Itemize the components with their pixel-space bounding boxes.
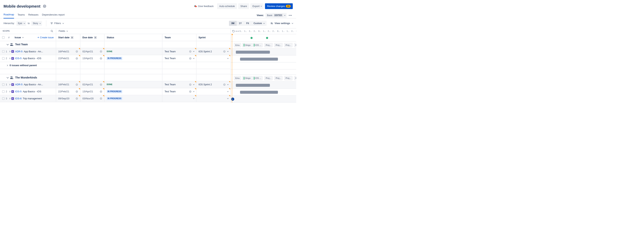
- chevron-down-icon[interactable]: [193, 98, 194, 99]
- clear-icon[interactable]: ×: [223, 83, 226, 86]
- row-checkbox[interactable]: [2, 50, 4, 53]
- settings-button[interactable]: [43, 4, 46, 8]
- issue-row[interactable]: 1 ADR-5 App Basics - An... 16/Feb/21× 02…: [0, 81, 230, 88]
- clear-icon[interactable]: ×: [76, 83, 78, 86]
- release-marker[interactable]: [266, 37, 268, 39]
- collapse-expand-button[interactable]: [236, 30, 239, 32]
- group-row[interactable]: The Wunderkinds: [0, 74, 230, 81]
- sprint-chip[interactable]: Proj...: [274, 43, 282, 47]
- due-date-value[interactable]: 02/Apr/21: [82, 83, 93, 86]
- range-fit[interactable]: Fit: [244, 21, 252, 26]
- search-icon[interactable]: [51, 30, 53, 32]
- view-settings-button[interactable]: View settings: [270, 22, 293, 25]
- undo-button[interactable]: [232, 30, 235, 33]
- select-all-checkbox[interactable]: [2, 36, 4, 39]
- issue-row[interactable]: 2 IOS-5 App Basics - iOS 22/Feb/21× 13/A…: [0, 55, 230, 62]
- timeline-bar[interactable]: [236, 51, 270, 54]
- clear-icon[interactable]: ×: [76, 57, 78, 59]
- issue-key[interactable]: IOS-6: [15, 97, 22, 100]
- issue-row[interactable]: 3 IOS-6 Trip management 09/Sep/20× 03/No…: [0, 95, 230, 102]
- chevron-down-icon[interactable]: [227, 57, 229, 59]
- col-issue[interactable]: Issue: [14, 36, 23, 39]
- clear-icon[interactable]: ×: [100, 50, 102, 52]
- sprint-chip[interactable]: Dingo: [242, 76, 252, 80]
- sprint-chip[interactable]: Proj...: [264, 43, 273, 47]
- hierarchy-to[interactable]: Story: [31, 21, 42, 26]
- view-selector[interactable]: Basic EDITED: [266, 13, 287, 18]
- share-button[interactable]: Share: [238, 3, 249, 9]
- issue-key[interactable]: ADR-5: [15, 83, 22, 86]
- sprint-chip[interactable]: Proj...: [264, 76, 273, 80]
- clear-icon[interactable]: ×: [223, 50, 226, 52]
- tab-releases[interactable]: Releases: [28, 13, 38, 18]
- start-date-value[interactable]: 16/Feb/21: [58, 50, 69, 53]
- timeline-bar[interactable]: [240, 91, 278, 94]
- issue-key[interactable]: IOS-5: [15, 90, 22, 93]
- clear-icon[interactable]: ×: [76, 50, 78, 52]
- chevron-down-icon[interactable]: [227, 50, 229, 52]
- chevron-down-icon[interactable]: [193, 50, 194, 52]
- row-checkbox[interactable]: [2, 97, 4, 100]
- clear-icon[interactable]: ×: [189, 50, 192, 52]
- due-date-value[interactable]: 13/Apr/21: [82, 57, 93, 60]
- issue-key[interactable]: IOS-5: [15, 57, 22, 60]
- range-3m[interactable]: 3M: [229, 21, 237, 26]
- issue-key[interactable]: ADR-5: [15, 50, 22, 53]
- feedback-button[interactable]: 📣 Give feedback: [192, 3, 216, 9]
- col-start-date[interactable]: Start date D: [56, 34, 80, 41]
- tab-dependencies[interactable]: Dependencies report: [42, 13, 65, 18]
- sprint-chip[interactable]: Emu: [234, 43, 241, 47]
- sprint-chip[interactable]: Emu: [234, 76, 241, 80]
- chevron-right-icon[interactable]: [9, 98, 10, 99]
- clear-icon[interactable]: ×: [100, 83, 102, 86]
- issue-row[interactable]: 2 IOS-5 App Basics - iOS 22/Feb/21× 13/A…: [0, 88, 230, 95]
- clear-icon[interactable]: ×: [189, 83, 192, 86]
- row-checkbox[interactable]: [2, 57, 4, 60]
- start-date-value[interactable]: 16/Feb/21: [58, 83, 69, 86]
- start-date-value[interactable]: 22/Feb/21: [58, 90, 69, 93]
- hierarchy-from[interactable]: Epic: [16, 21, 26, 26]
- review-changes-button[interactable]: Review changes 34: [265, 3, 292, 9]
- sprint-chip[interactable]: IOS ...: [252, 76, 262, 80]
- col-status[interactable]: Status: [104, 34, 162, 41]
- clear-icon[interactable]: ×: [100, 97, 102, 100]
- release-marker[interactable]: [250, 37, 252, 39]
- scroll-to-issue-button[interactable]: ←: [231, 98, 234, 101]
- clear-icon[interactable]: ×: [76, 90, 78, 93]
- timeline-bar[interactable]: [240, 58, 278, 61]
- sprint-chip[interactable]: Proj...: [274, 76, 282, 80]
- issue-row[interactable]: 1 ADR-5 App Basics - An... 16/Feb/21× 02…: [0, 48, 230, 55]
- chevron-right-icon[interactable]: [9, 58, 10, 59]
- chevron-right-icon[interactable]: [9, 51, 10, 52]
- sprint-chip[interactable]: Proj...: [284, 76, 292, 80]
- group-row[interactable]: Test Team: [0, 41, 230, 48]
- col-sprint[interactable]: Sprint: [196, 34, 230, 41]
- export-button[interactable]: Export: [250, 3, 264, 9]
- chevron-down-icon[interactable]: [193, 91, 194, 92]
- chevron-down-icon[interactable]: [227, 98, 229, 99]
- more-button[interactable]: [288, 13, 293, 18]
- row-checkbox[interactable]: [2, 83, 4, 86]
- clear-icon[interactable]: ×: [189, 90, 192, 93]
- chevron-down-icon[interactable]: [193, 57, 194, 59]
- clear-icon[interactable]: ×: [76, 97, 78, 100]
- chevron-down-icon[interactable]: [227, 91, 229, 92]
- sprint-chip[interactable]: P: [294, 43, 296, 47]
- chevron-right-icon[interactable]: [9, 91, 10, 92]
- autoschedule-button[interactable]: Auto-schedule: [217, 3, 237, 9]
- start-date-value[interactable]: 22/Feb/21: [58, 57, 69, 60]
- due-date-value[interactable]: 13/Apr/21: [82, 90, 93, 93]
- group-footer[interactable]: 0 issues without parent: [0, 62, 230, 69]
- due-date-value[interactable]: 02/Apr/21: [82, 50, 93, 53]
- fields-dropdown[interactable]: Fields: [59, 30, 67, 33]
- chevron-down-icon[interactable]: [193, 84, 194, 85]
- sprint-chip[interactable]: Proj...: [284, 43, 292, 47]
- start-date-value[interactable]: 09/Sep/20: [58, 97, 70, 100]
- sprint-chip[interactable]: IOS ...: [252, 43, 262, 47]
- clear-icon[interactable]: ×: [189, 57, 192, 59]
- range-1y[interactable]: 1Y: [236, 21, 244, 26]
- chevron-down-icon[interactable]: [227, 84, 229, 85]
- due-date-value[interactable]: 03/Nov/20: [82, 97, 94, 100]
- create-issue-button[interactable]: + Create issue: [38, 36, 54, 39]
- timeline-bar[interactable]: [236, 84, 270, 87]
